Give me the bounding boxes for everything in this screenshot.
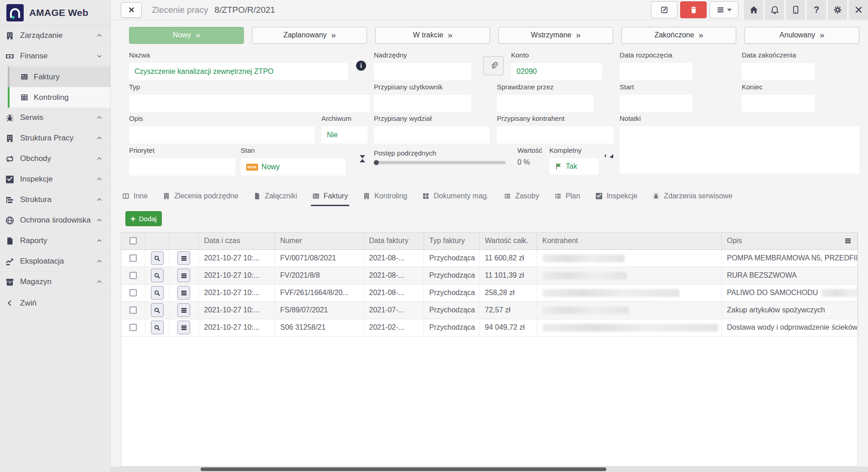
tab-dokumenty-mag[interactable]: Dokumenty mag.	[421, 187, 490, 206]
tab-inspekcje[interactable]: Inspekcje	[594, 187, 639, 206]
close-app-button[interactable]	[849, 0, 868, 20]
row-checkbox[interactable]	[129, 306, 137, 314]
status-button-w-trakcie[interactable]: W trakcie»	[375, 27, 490, 44]
status-button-wstrzymane[interactable]: Wstrzymane»	[498, 27, 613, 44]
row-checkbox[interactable]	[129, 289, 137, 296]
row-menu-button[interactable]	[177, 269, 190, 282]
row-checkbox[interactable]	[129, 254, 137, 262]
nadrzedny-input[interactable]	[374, 63, 471, 80]
mobile-button[interactable]	[786, 0, 805, 20]
nazwa-input[interactable]: Czyszczenie kanalizacji zewnętrznej ZTPO	[129, 63, 348, 80]
sidebar-item-kontroling[interactable]: Kontroling	[8, 87, 110, 108]
status-button-anulowany[interactable]: Anulowany»	[744, 27, 859, 44]
tab-kontroling[interactable]: Kontroling	[362, 187, 408, 206]
tab-zalaczniki[interactable]: Załączniki	[252, 187, 299, 206]
opis-input[interactable]	[129, 126, 315, 144]
column-header-data-i-czas[interactable]: Data i czas	[198, 233, 274, 249]
progress-bar[interactable]	[374, 161, 506, 164]
column-header-typ-faktury[interactable]: Typ faktury	[424, 233, 479, 249]
sidebar-item-faktury[interactable]: Faktury	[8, 67, 110, 87]
window-icon	[122, 192, 129, 200]
close-document-button[interactable]	[121, 2, 142, 18]
row-preview-button[interactable]	[151, 321, 164, 334]
data-zakonczenia-input[interactable]	[742, 63, 815, 80]
kompletny-input[interactable]: Tak	[549, 158, 599, 175]
status-button-zakonczone[interactable]: Zakończone»	[621, 27, 736, 44]
notifications-button[interactable]	[765, 0, 784, 20]
sidebar-item-obchody[interactable]: Obchody	[0, 149, 110, 169]
row-menu-button[interactable]	[177, 321, 190, 334]
sidebar-item-ochrona-srodowiska[interactable]: Ochrona środowiska	[0, 210, 110, 231]
tab-zlecenia-podrzedne[interactable]: Zlecenia podrzędne	[161, 187, 240, 206]
field-archiwum: Archiwum Nie	[321, 114, 367, 144]
sidebar-item-struktura[interactable]: Struktura	[0, 190, 110, 210]
sprawdzane-przez-input[interactable]	[497, 95, 593, 112]
table-row[interactable]: 2021-10-27 10:... FS/89/07/2021 2021-07-…	[121, 301, 858, 319]
row-checkbox[interactable]	[129, 272, 137, 279]
select-all-checkbox[interactable]	[129, 237, 137, 244]
edit-button[interactable]	[651, 1, 677, 18]
more-actions-button[interactable]	[709, 1, 739, 18]
horizontal-scrollbar[interactable]	[111, 467, 868, 472]
sidebar-item-finanse[interactable]: Finanse	[0, 46, 110, 67]
table-row[interactable]: 2021-10-27 10:... FVF/261/1664/8/20... 2…	[121, 284, 858, 301]
konto-input[interactable]: 02090	[511, 63, 602, 80]
column-header-data-faktury[interactable]: Data faktury	[363, 233, 424, 249]
typ-input[interactable]	[129, 95, 370, 112]
help-button[interactable]: ?	[807, 0, 826, 20]
sidebar-item-raporty[interactable]: Raporty	[0, 231, 110, 251]
archiwum-input[interactable]: Nie	[321, 126, 367, 144]
table-row[interactable]: 2021-10-27 10:... FV/0071/08/2021 2021-0…	[121, 249, 858, 267]
sidebar-item-magazyn[interactable]: Magazyn	[0, 272, 110, 292]
przypisany-kontrahent-input[interactable]	[497, 126, 614, 144]
settings-button[interactable]	[828, 0, 847, 20]
start-input[interactable]	[620, 95, 692, 112]
link-parent-button[interactable]	[483, 56, 504, 75]
stan-input[interactable]: NEW Nowy	[241, 158, 346, 176]
column-header-opis[interactable]: Opis	[721, 233, 858, 249]
table-row[interactable]: 2021-10-27 10:... FV/2021/8/8 2021-08-..…	[121, 267, 858, 284]
column-settings-icon[interactable]	[844, 237, 852, 244]
row-preview-button[interactable]	[151, 269, 164, 282]
field-label: Sprawdzane przez	[497, 83, 593, 91]
przypisany-wydzial-input[interactable]	[374, 126, 490, 144]
home-button[interactable]	[744, 0, 763, 20]
sidebar-item-eksploatacja[interactable]: Eksploatacja	[0, 251, 110, 272]
sidebar-item-zarzadzanie[interactable]: Zarządzanie	[0, 26, 110, 46]
tab-zasoby[interactable]: Zasoby	[502, 187, 540, 206]
row-menu-button[interactable]	[177, 303, 190, 317]
row-preview-button[interactable]	[151, 303, 164, 317]
row-preview-button[interactable]	[151, 251, 164, 265]
refresh-button[interactable]	[603, 155, 614, 166]
priorytet-input[interactable]	[129, 158, 235, 176]
przypisany-uzytkownik-input[interactable]	[374, 95, 471, 112]
column-header-kontrahent[interactable]: Kontrahent	[537, 233, 721, 249]
add-invoice-button[interactable]: + Dodaj	[125, 211, 162, 226]
table-row[interactable]: 2021-10-27 10:... S06 31258/21 2021-02-.…	[121, 319, 858, 336]
status-button-zaplanowany[interactable]: Zaplanowany»	[252, 27, 367, 44]
tab-inne[interactable]: Inne	[121, 187, 149, 206]
tab-zdarzenia-serwisowe[interactable]: Zdarzenia serwisowe	[651, 187, 734, 206]
sidebar-item-struktura-pracy[interactable]: Struktura Pracy	[0, 128, 110, 149]
sidebar-item-inspekcje[interactable]: Inspekcje	[0, 169, 110, 190]
status-button-nowy[interactable]: Nowy»	[129, 27, 244, 44]
koniec-input[interactable]	[742, 95, 815, 112]
tab-label: Zlecenia podrzędne	[174, 192, 238, 200]
data-rozpoczecia-input[interactable]	[620, 63, 692, 80]
app-logo[interactable]: AMAGE Web	[0, 0, 110, 26]
row-menu-button[interactable]	[177, 251, 190, 265]
progress-handle[interactable]	[374, 160, 379, 165]
info-icon[interactable]: i	[356, 61, 366, 71]
column-header-wartosc-calk[interactable]: Wartość całk.	[479, 233, 537, 249]
sidebar-item-serwis[interactable]: Serwis	[0, 108, 110, 128]
row-menu-button[interactable]	[177, 286, 190, 300]
sidebar-collapse-button[interactable]: Zwiń	[0, 293, 110, 313]
tab-faktury[interactable]: Faktury	[311, 187, 349, 206]
row-checkbox[interactable]	[129, 324, 137, 331]
row-preview-button[interactable]	[151, 286, 164, 300]
tab-plan[interactable]: Plan	[553, 187, 582, 206]
notatki-textarea[interactable]	[620, 126, 859, 174]
scrollbar-thumb[interactable]	[201, 467, 606, 471]
column-header-numer[interactable]: Numer	[274, 233, 363, 249]
delete-button[interactable]	[680, 1, 707, 18]
